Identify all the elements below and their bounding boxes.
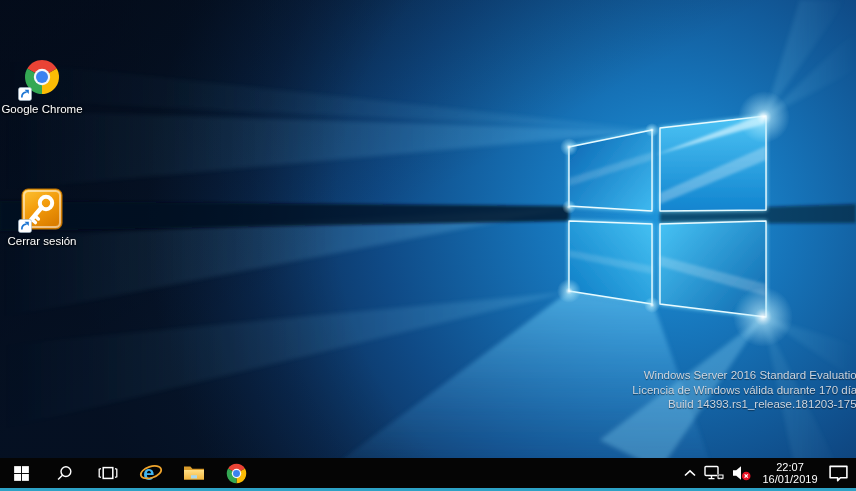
network-ethernet-icon bbox=[704, 465, 725, 481]
volume-muted-icon bbox=[732, 465, 752, 481]
network-tray-button[interactable] bbox=[704, 458, 725, 488]
task-view-icon bbox=[98, 465, 118, 481]
chrome-icon bbox=[225, 462, 248, 485]
watermark-line-3: Build 14393.rs1_release.181203-1755 bbox=[632, 397, 856, 412]
watermark-line-1: Windows Server 2016 Standard Evaluation bbox=[632, 368, 856, 383]
windows-logo-icon bbox=[13, 465, 30, 482]
action-center-button[interactable] bbox=[828, 458, 849, 488]
internet-explorer-button[interactable]: e bbox=[129, 458, 172, 488]
evaluation-watermark: Windows Server 2016 Standard Evaluation … bbox=[632, 368, 856, 412]
desktop[interactable]: Google Chrome bbox=[0, 0, 856, 458]
taskbar-buttons: e bbox=[0, 458, 258, 488]
clock-time: 22:07 bbox=[776, 461, 804, 474]
clock-date: 16/01/2019 bbox=[762, 473, 817, 486]
notification-bubble-icon bbox=[828, 464, 849, 483]
chevron-up-icon bbox=[683, 468, 697, 478]
volume-tray-button[interactable] bbox=[732, 458, 752, 488]
search-icon bbox=[56, 465, 73, 482]
desktop-icon-cerrar-sesion[interactable]: Cerrar sesión bbox=[0, 186, 84, 247]
screen: Google Chrome bbox=[0, 0, 856, 491]
shortcut-arrow-icon bbox=[18, 219, 32, 233]
clock[interactable]: 22:07 16/01/2019 bbox=[759, 458, 821, 488]
taskbar: e bbox=[0, 458, 856, 491]
desktop-icon-google-chrome[interactable]: Google Chrome bbox=[0, 54, 84, 115]
file-explorer-button[interactable] bbox=[172, 458, 215, 488]
task-view-button[interactable] bbox=[86, 458, 129, 488]
shortcut-arrow-icon bbox=[18, 87, 32, 101]
file-explorer-icon bbox=[183, 464, 205, 482]
desktop-icon-label: Cerrar sesión bbox=[7, 235, 76, 247]
system-tray: 22:07 16/01/2019 bbox=[683, 458, 856, 488]
show-hidden-icons-button[interactable] bbox=[683, 458, 697, 488]
internet-explorer-icon: e bbox=[139, 461, 163, 485]
desktop-icon-label: Google Chrome bbox=[1, 103, 82, 115]
chrome-taskbar-button[interactable] bbox=[215, 458, 258, 488]
watermark-line-2: Licencia de Windows válida durante 170 d… bbox=[632, 383, 856, 398]
start-button[interactable] bbox=[0, 458, 43, 488]
search-button[interactable] bbox=[43, 458, 86, 488]
